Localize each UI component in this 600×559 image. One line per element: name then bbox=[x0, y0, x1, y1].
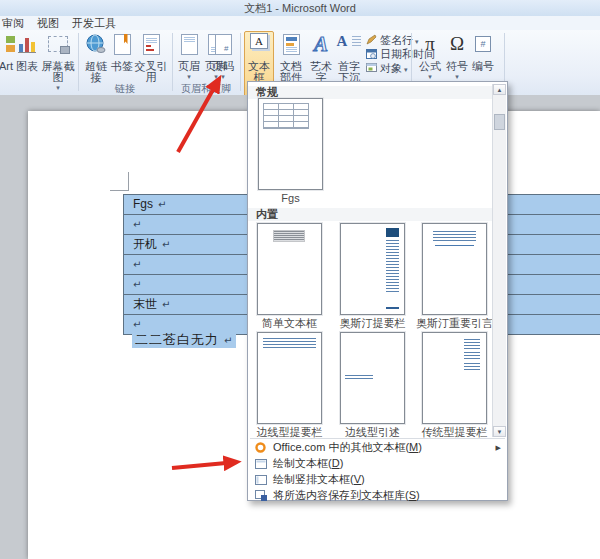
paragraph-mark: ↵ bbox=[133, 279, 141, 290]
save-selection-icon bbox=[255, 490, 267, 505]
textbox-icon: A bbox=[245, 33, 273, 57]
wordart-icon: A bbox=[308, 33, 334, 57]
austin-sidebar-thumbnail bbox=[340, 223, 405, 315]
drop-cap-icon: A bbox=[334, 33, 364, 57]
title-bar: 文档1 - Microsoft Word bbox=[0, 0, 600, 16]
symbol-button[interactable]: Ω 符号 ▾ bbox=[445, 32, 469, 82]
gallery-item-austin-pull-quote[interactable]: 奥斯汀重要引言 bbox=[414, 223, 495, 329]
equation-icon: π bbox=[417, 33, 443, 57]
submenu-arrow-icon: ▶ bbox=[496, 440, 501, 455]
header-icon bbox=[176, 33, 202, 57]
scroll-up-button[interactable]: ▲ bbox=[493, 84, 506, 95]
scroll-down-button[interactable]: ▼ bbox=[493, 426, 506, 437]
gallery-item-fgs[interactable]: Fgs bbox=[250, 98, 331, 204]
edge-sidebar-thumbnail bbox=[257, 332, 322, 424]
gallery-item-austin-sidebar[interactable]: 奥斯汀提要栏 bbox=[332, 223, 413, 329]
number-button[interactable]: # 编号 bbox=[470, 32, 496, 82]
officecom-icon bbox=[255, 442, 266, 457]
paragraph-mark: ↵ bbox=[162, 299, 170, 310]
symbol-icon: Ω bbox=[445, 33, 469, 57]
gallery-item-edge-sidebar[interactable]: 边线型提要栏 bbox=[249, 332, 330, 438]
selected-text: 二二苍白无力 bbox=[135, 332, 219, 347]
scroll-down-icon: ▼ bbox=[497, 429, 503, 435]
margin-crop-mark bbox=[110, 172, 129, 191]
paragraph-mark: ↵ bbox=[133, 319, 141, 330]
header-button[interactable]: 页眉 ▾ bbox=[176, 32, 202, 82]
gallery-item-simple-textbox[interactable]: 简单文本框 bbox=[249, 223, 330, 329]
draw-textbox-icon bbox=[255, 458, 267, 473]
drop-cap-button[interactable]: A 首字下沉 ▾ bbox=[334, 32, 364, 82]
screenshot-button[interactable]: 屏幕截图 ▾ bbox=[40, 32, 76, 82]
cross-reference-button[interactable]: 交叉引用 bbox=[133, 32, 169, 82]
tab-view[interactable]: 视图 bbox=[37, 16, 59, 30]
wordart-button[interactable]: A 艺术字 ▾ bbox=[308, 32, 334, 82]
textbox-gallery-dropdown: 常规 Fgs 内置 简单文本框 奥斯汀提要栏 bbox=[247, 81, 508, 501]
gallery-item-edge-quote[interactable]: 边线型引述 bbox=[332, 332, 413, 438]
signature-line-icon bbox=[366, 34, 377, 48]
hyperlink-icon bbox=[81, 33, 111, 57]
menu-separator bbox=[250, 438, 505, 439]
equation-button[interactable]: π 公式 ▾ bbox=[417, 32, 443, 82]
menu-item-draw-vertical-textbox[interactable]: 绘制竖排文本框(V) bbox=[248, 472, 507, 487]
hyperlink-button[interactable]: 超链接 bbox=[81, 32, 111, 82]
bookmark-icon bbox=[110, 33, 134, 57]
selected-text-line[interactable]: 二二苍白无力↵ bbox=[132, 330, 236, 349]
scroll-up-icon: ▲ bbox=[497, 87, 503, 93]
gallery-scrollbar[interactable]: ▲ ▼ bbox=[492, 84, 506, 437]
page-number-button[interactable]: # 页码 ▾ bbox=[209, 32, 237, 82]
section-header-builtin: 内置 bbox=[248, 208, 501, 221]
menu-item-save-selection-to-gallery[interactable]: 将所选内容保存到文本框库(S) bbox=[248, 488, 507, 503]
date-time-icon bbox=[366, 48, 377, 62]
chart-icon bbox=[14, 33, 40, 57]
paragraph-mark: ↵ bbox=[133, 219, 141, 230]
menu-item-more-textboxes-officecom[interactable]: Office.com 中的其他文本框(M) ▶ bbox=[248, 440, 507, 455]
austin-pull-quote-thumbnail bbox=[422, 223, 487, 315]
page-number-icon: # bbox=[209, 33, 237, 57]
object-button[interactable]: 对象▾ bbox=[366, 62, 408, 75]
scrollbar-thumb[interactable] bbox=[494, 114, 505, 130]
paragraph-mark: ↵ bbox=[133, 259, 141, 270]
simple-textbox-thumbnail bbox=[257, 223, 322, 315]
draw-vertical-textbox-icon bbox=[255, 474, 267, 489]
group-label-links: 链接 bbox=[80, 83, 170, 94]
quick-parts-icon bbox=[275, 33, 307, 57]
paragraph-mark: ↵ bbox=[158, 199, 166, 210]
group-divider bbox=[78, 33, 79, 91]
number-icon: # bbox=[470, 33, 496, 57]
object-icon bbox=[366, 62, 377, 76]
screenshot-icon bbox=[40, 33, 76, 57]
ribbon-tab-row: 审阅 视图 开发工具 bbox=[0, 16, 600, 30]
paragraph-mark: ↵ bbox=[162, 239, 170, 250]
fgs-thumbnail bbox=[258, 98, 323, 190]
traditional-sidebar-thumbnail bbox=[422, 332, 487, 424]
paragraph-mark: ↵ bbox=[224, 335, 233, 346]
menu-item-draw-textbox[interactable]: 绘制文本框(D) bbox=[248, 456, 507, 471]
window-title: 文档1 - Microsoft Word bbox=[244, 2, 356, 14]
quick-parts-button[interactable]: 文档部件 ▾ bbox=[275, 32, 307, 82]
chart-button[interactable]: 图表 bbox=[14, 32, 40, 82]
cross-reference-icon bbox=[133, 33, 169, 57]
gallery-item-traditional-sidebar[interactable]: 传统型提要栏 bbox=[414, 332, 495, 438]
edge-quote-thumbnail bbox=[340, 332, 405, 424]
tab-developer[interactable]: 开发工具 bbox=[72, 16, 116, 30]
group-divider bbox=[240, 33, 241, 91]
tab-review[interactable]: 审阅 bbox=[2, 16, 24, 30]
word-window: 文档1 - Microsoft Word 审阅 视图 开发工具 Art 图表 bbox=[0, 0, 600, 559]
bookmark-button[interactable]: 书签 bbox=[110, 32, 134, 82]
group-label-header-footer: 页眉和页脚 bbox=[172, 83, 240, 94]
